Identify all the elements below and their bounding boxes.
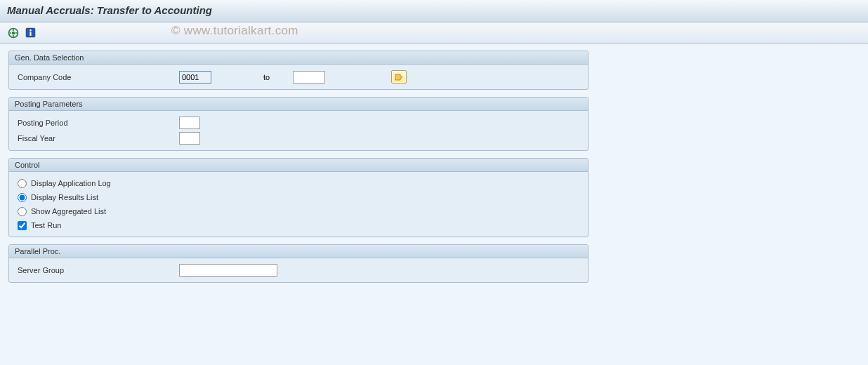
page-title: Manual Accruals: Transfer to Accounting	[0, 0, 868, 22]
posting-period-label: Posting Period	[16, 119, 179, 127]
watermark: © www.tutorialkart.com	[171, 24, 298, 38]
group-gen-data: Gen. Data Selection Company Code to	[8, 51, 588, 90]
svg-point-1	[12, 31, 15, 34]
server-group-input[interactable]	[179, 264, 277, 277]
group-header-parallel: Parallel Proc.	[9, 245, 588, 258]
posting-period-input[interactable]	[179, 117, 200, 129]
group-header-gen-data: Gen. Data Selection	[9, 51, 588, 65]
display-app-log-label[interactable]: Display Application Log	[31, 179, 111, 187]
company-code-label: Company Code	[16, 73, 179, 81]
svg-rect-7	[29, 29, 32, 32]
show-aggregated-radio[interactable]	[18, 207, 27, 216]
company-code-to-input[interactable]	[293, 71, 325, 84]
group-posting-parameters: Posting Parameters Posting Period Fiscal…	[8, 97, 588, 151]
info-icon[interactable]	[24, 27, 37, 39]
test-run-checkbox[interactable]	[18, 221, 27, 230]
display-results-radio[interactable]	[18, 193, 27, 202]
group-parallel-proc: Parallel Proc. Server Group	[8, 244, 588, 283]
display-app-log-radio[interactable]	[18, 179, 27, 188]
execute-icon[interactable]	[7, 27, 20, 39]
group-header-posting: Posting Parameters	[9, 98, 588, 111]
group-header-control: Control	[9, 159, 588, 172]
group-control: Control Display Application Log Display …	[8, 158, 588, 237]
display-results-label[interactable]: Display Results List	[31, 193, 98, 201]
server-group-label: Server Group	[16, 266, 179, 274]
test-run-label[interactable]: Test Run	[31, 221, 61, 230]
multiple-selection-button[interactable]	[391, 70, 407, 84]
company-code-from-input[interactable]	[179, 71, 211, 84]
svg-rect-8	[29, 32, 31, 36]
show-aggregated-label[interactable]: Show Aggregated List	[31, 207, 106, 215]
content-area: Gen. Data Selection Company Code to Post…	[0, 44, 868, 365]
fiscal-year-input[interactable]	[179, 132, 200, 145]
toolbar: © www.tutorialkart.com	[0, 22, 868, 44]
fiscal-year-label: Fiscal Year	[16, 134, 179, 142]
to-label: to	[258, 73, 293, 81]
